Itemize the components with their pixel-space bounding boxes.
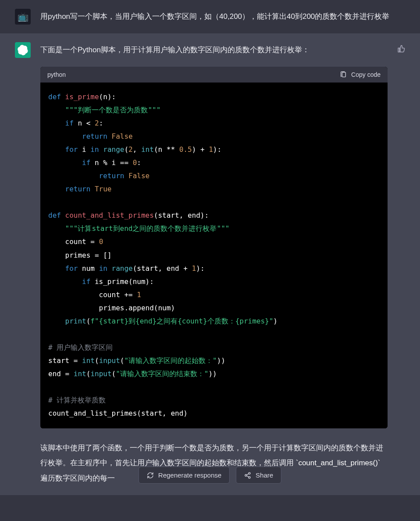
share-button[interactable]: Share [236, 467, 281, 484]
user-message-row: 📺 用python写一个脚本，当用户输入一个数字区间，如（40,200），能计算… [0, 0, 420, 33]
user-message-body: 用python写一个脚本，当用户输入一个数字区间，如（40,200），能计算出4… [40, 9, 405, 25]
svg-point-3 [249, 476, 250, 478]
refresh-icon [147, 472, 154, 479]
assistant-intro-text: 下面是一个Python脚本，用于计算用户输入的数字区间内的质数个数并进行枚举： [40, 43, 388, 57]
thumbs-up-icon[interactable] [397, 45, 405, 53]
svg-point-1 [249, 472, 250, 474]
code-body[interactable]: def is_prime(n): """判断一个数是否为质数""" if n <… [40, 83, 388, 428]
share-icon [244, 472, 251, 479]
assistant-message-row: 下面是一个Python脚本，用于计算用户输入的数字区间内的质数个数并进行枚举： … [0, 33, 420, 495]
regenerate-label: Regenerate response [158, 471, 221, 479]
openai-icon [18, 45, 28, 55]
user-message-text: 用python写一个脚本，当用户输入一个数字区间，如（40,200），能计算出4… [40, 10, 405, 24]
assistant-message-body: 下面是一个Python脚本，用于计算用户输入的数字区间内的质数个数并进行枚举： … [40, 42, 388, 486]
assistant-avatar [15, 42, 31, 58]
code-header: python Copy code [40, 67, 388, 83]
clipboard-icon [340, 71, 347, 78]
regenerate-button[interactable]: Regenerate response [139, 467, 230, 484]
copy-code-button[interactable]: Copy code [340, 71, 381, 78]
code-language-label: python [47, 71, 66, 78]
svg-point-2 [245, 474, 247, 476]
floating-action-bar: Regenerate response Share [139, 467, 281, 484]
copy-code-label: Copy code [351, 71, 381, 78]
svg-rect-0 [342, 72, 345, 77]
message-actions [397, 42, 405, 486]
share-label: Share [256, 471, 273, 479]
code-block: python Copy code def is_prime(n): """判断一… [40, 67, 388, 428]
user-avatar: 📺 [15, 9, 31, 25]
